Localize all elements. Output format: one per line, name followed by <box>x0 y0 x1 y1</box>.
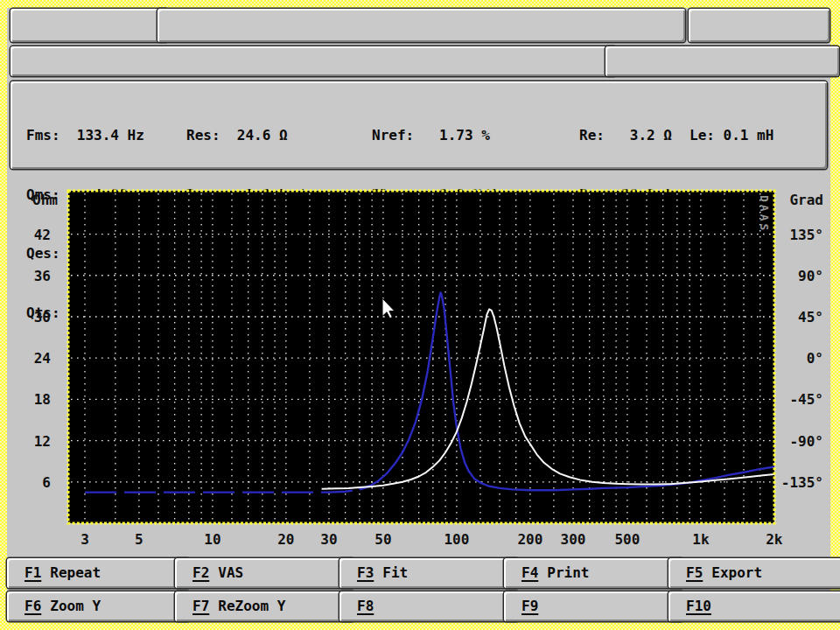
param-cms: Cms: 0.11 mm/N <box>186 244 313 264</box>
param-bl: Bl : 8.9 N/A <box>372 186 499 206</box>
model-selector[interactable]: MO: UN6.5 4 OHM <box>606 46 839 76</box>
param-rms: Rms: 2.8 kg/s <box>186 186 313 206</box>
param-nref: Nref: 1.73 % <box>372 126 499 146</box>
param-col-electrical: Re: 3.2 Ω Rp: 30.2 Ω Lp: 7.8 mH Cp: 453.… <box>579 87 681 362</box>
f5-export-button[interactable]: F5Export <box>668 558 840 588</box>
titlebar-spacer-panel <box>689 9 830 42</box>
input-level-bar: In: Line ±0.20 V <box>10 46 616 76</box>
param-rp: Rp: 30.2 Ω <box>579 186 681 206</box>
param-col-mechanical: Res: 24.6 Ω Rms: 2.8 kg/s Cms: 0.11 mm/N… <box>186 87 313 362</box>
param-vas: Vas : 3.5 l <box>372 304 499 324</box>
f8-button[interactable]: F8 <box>340 592 519 621</box>
f7-rezoom-y-button[interactable]: F7ReZoom Y <box>175 592 354 621</box>
param-res: Res: 24.6 Ω <box>186 126 313 146</box>
f2-vas-button[interactable]: F2VAS <box>175 558 354 588</box>
thiele-small-parameter-panel: Fms: 133.4 Hz Qms: 4.08 Qes: 0.46 Qts: 0… <box>10 81 827 169</box>
param-col-q-values: Fms: 133.4 Hz Qms: 4.08 Qes: 0.46 Qts: 0… <box>26 87 144 362</box>
esc-end-button[interactable]: ESCEnd <box>10 9 168 42</box>
title-bar: D A A S Thiele Small Parameter <box>158 9 685 42</box>
param-col-le: Le: 0.1 mH <box>690 87 774 362</box>
param-spl: SPL : 94.4 dB <box>372 244 499 264</box>
f9-button[interactable]: F9 <box>504 592 683 621</box>
param-qms: Qms: 4.08 <box>26 186 144 206</box>
f4-print-button[interactable]: F4Print <box>504 558 683 588</box>
f1-repeat-button[interactable]: F1Repeat <box>7 558 190 588</box>
param-qts: Qts: 0.41 <box>26 304 144 324</box>
param-le: Le: 0.1 mH <box>690 126 774 146</box>
param-lp: Lp: 7.8 mH <box>579 244 681 264</box>
f10-button[interactable]: F10 <box>668 592 840 621</box>
param-cp: Cp: 453.9 µF <box>579 304 681 324</box>
daas-screen: { "titlebar": { "esc_hotkey": "ESC", "es… <box>0 0 840 630</box>
param-fms: Fms: 133.4 Hz <box>26 126 144 146</box>
param-col-efficiency: Nref: 1.73 % Bl : 8.9 N/A SPL : 94.4 dB … <box>372 87 499 362</box>
f3-fit-button[interactable]: F3Fit <box>340 558 519 588</box>
f6-zoom-y-button[interactable]: F6Zoom Y <box>7 592 190 621</box>
param-re: Re: 3.2 Ω <box>579 126 681 146</box>
app-window: ESCEnd D A A S Thiele Small Parameter In… <box>7 8 830 621</box>
param-mms: Mms: 13.5 gr <box>186 304 313 324</box>
param-qes: Qes: 0.46 <box>26 244 144 264</box>
